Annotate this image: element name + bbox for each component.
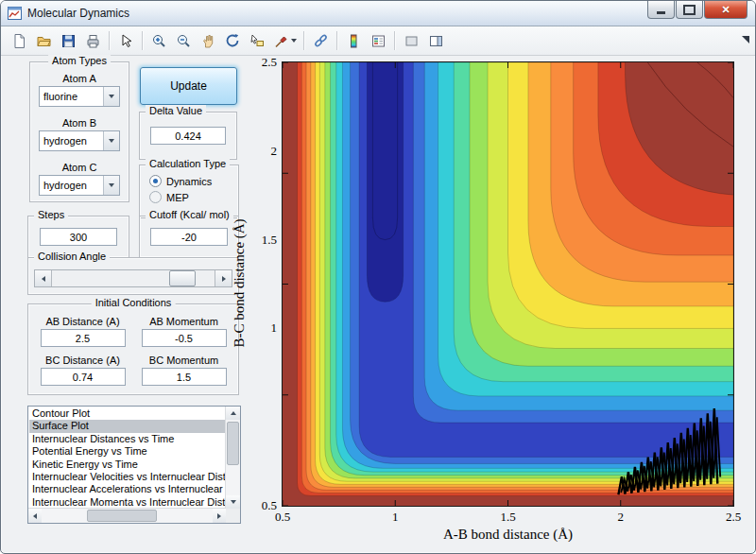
legend-icon (370, 33, 387, 49)
radio-mep-label: MEP (166, 192, 189, 203)
data-cursor-button[interactable] (245, 29, 269, 52)
show-plot-tools-button[interactable] (423, 29, 448, 52)
atom-types-panel: Atom Types Atom A fluorine Atom B hydrog… (29, 61, 129, 202)
atom-types-panel-title: Atom Types (48, 55, 111, 66)
hand-icon (200, 33, 216, 49)
chevron-down-icon (109, 183, 114, 187)
atom-a-label: Atom A (30, 73, 129, 84)
maximize-icon (683, 5, 696, 15)
colorbar-icon (346, 33, 362, 49)
hide-plot-tools-button[interactable] (399, 29, 423, 52)
save-floppy-icon (60, 33, 77, 49)
window-controls: ✕ (646, 1, 747, 19)
titlebar[interactable]: Molecular Dynamics ✕ (1, 1, 755, 26)
y-axis-label: B-C bond distance (Å) (232, 218, 248, 347)
link-plot-button[interactable] (308, 29, 333, 52)
chevron-down-icon (291, 39, 297, 43)
bc-distance-field[interactable] (41, 368, 126, 386)
close-button[interactable]: ✕ (704, 1, 747, 19)
list-item[interactable]: Potential Energy vs Time (29, 445, 225, 458)
figure-toolbar (1, 26, 755, 56)
radio-dynamics-label: Dynamics (166, 176, 212, 187)
horizontal-scroll-thumb[interactable] (87, 510, 157, 522)
atom-a-value: fluorine (40, 91, 103, 102)
zoom-in-icon (151, 33, 167, 49)
x-axis-ticks: 0.5 1 1.5 2 2.5 (283, 510, 733, 525)
arrow-left-icon (42, 276, 45, 282)
delta-value-field[interactable] (150, 127, 226, 145)
cutoff-field[interactable] (150, 228, 228, 246)
list-item[interactable]: Internuclear Momenta vs Internuclear Dis… (29, 496, 225, 508)
horizontal-scrollbar[interactable] (28, 508, 226, 523)
list-item[interactable]: Contour Plot (29, 407, 225, 420)
brush-icon (273, 33, 289, 49)
toolbar-separator (142, 31, 143, 50)
toolbar-overflow-icon[interactable] (742, 36, 749, 43)
dropdown-button[interactable] (103, 87, 119, 106)
bc-momentum-field[interactable] (142, 368, 227, 386)
arrow-cursor-icon (118, 33, 134, 49)
atom-a-select[interactable]: fluorine (39, 86, 120, 107)
delta-value-title: Delta Value (146, 105, 206, 116)
radio-selected-icon (149, 175, 162, 187)
slider-right-button[interactable] (215, 270, 232, 286)
atom-b-value: hydrogen (40, 135, 103, 147)
list-item[interactable]: Internuclear Accelerations vs Internucle… (29, 483, 225, 495)
print-figure-button[interactable] (80, 29, 105, 52)
scroll-left-button[interactable] (28, 509, 42, 523)
insert-colorbar-button[interactable] (341, 29, 366, 52)
scroll-right-button[interactable] (213, 509, 226, 523)
atom-c-select[interactable]: hydrogen (39, 175, 120, 196)
collision-angle-slider[interactable] (34, 269, 232, 287)
list-item[interactable]: Internuclear Distances vs Time (29, 433, 225, 445)
cutoff-title: Cutoff (Kcal/ mol) (146, 209, 233, 220)
radio-mep[interactable]: MEP (149, 191, 238, 203)
ab-momentum-label: AB Momentum (139, 316, 229, 327)
ab-distance-label: AB Distance (A) (38, 316, 128, 327)
hide-plot-tools-icon (404, 33, 420, 49)
zoom-out-icon (176, 33, 192, 49)
atom-b-select[interactable]: hydrogen (39, 130, 120, 151)
calculation-type-title: Calculation Type (146, 158, 230, 169)
list-item[interactable]: Kinetic Energy vs Time (29, 459, 225, 471)
save-figure-button[interactable] (56, 29, 80, 52)
zoom-out-button[interactable] (171, 29, 196, 52)
cutoff-panel: Cutoff (Kcal/ mol) (139, 216, 239, 258)
bc-momentum-label: BC Momentum (139, 355, 229, 366)
insert-legend-button[interactable] (366, 29, 390, 52)
new-figure-button[interactable] (7, 29, 31, 52)
pan-button[interactable] (196, 29, 220, 52)
chevron-down-icon (109, 95, 114, 98)
rotate-3d-button[interactable] (220, 29, 245, 52)
initial-conditions-panel: Initial Conditions AB Distance (A) AB Mo… (27, 303, 239, 395)
arrow-left-icon (33, 513, 37, 519)
slider-thumb[interactable] (169, 270, 196, 286)
edit-plot-button[interactable] (113, 29, 138, 52)
dropdown-button[interactable] (103, 131, 119, 150)
update-button[interactable]: Update (140, 67, 237, 105)
ab-momentum-field[interactable] (142, 329, 227, 347)
y-axis-label-column: B-C bond distance (Å) (232, 61, 247, 505)
initial-conditions-title: Initial Conditions (92, 297, 176, 308)
open-file-button[interactable] (31, 29, 56, 52)
contour-plot-axes[interactable] (282, 61, 734, 507)
minimize-button[interactable] (647, 1, 675, 19)
toolbar-separator (336, 31, 337, 50)
steps-field[interactable] (40, 228, 117, 246)
dropdown-button[interactable] (103, 176, 119, 195)
arrow-right-icon (222, 276, 226, 282)
data-cursor-icon (249, 33, 266, 49)
plot-type-listbox[interactable]: Contour Plot Surface Plot Internuclear D… (27, 406, 241, 524)
zoom-in-button[interactable] (146, 29, 171, 52)
toolbar-separator (303, 31, 304, 50)
maximize-button[interactable] (676, 1, 703, 19)
collision-angle-panel: Collision Angle (27, 257, 239, 295)
scrollbar-corner (226, 509, 240, 523)
bc-distance-label: BC Distance (A) (38, 355, 128, 366)
slider-left-button[interactable] (35, 270, 52, 286)
list-item-selected[interactable]: Surface Plot (29, 420, 225, 432)
radio-dynamics[interactable]: Dynamics (149, 175, 238, 187)
list-item[interactable]: Internuclear Velocities vs Internuclear … (29, 471, 225, 483)
brush-button[interactable] (269, 29, 300, 52)
ab-distance-field[interactable] (41, 329, 126, 347)
